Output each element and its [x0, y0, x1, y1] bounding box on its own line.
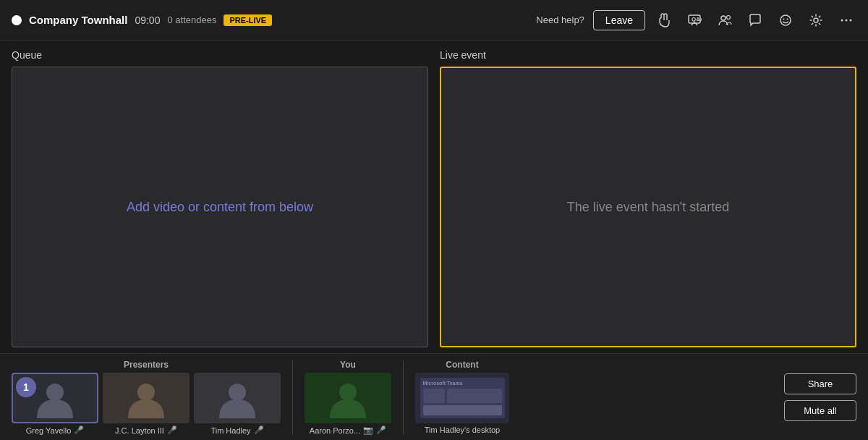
mute-all-button[interactable]: Mute all — [784, 400, 856, 421]
meeting-title: Company Townhall — [29, 14, 127, 26]
mic-icon-greg: 🎤 — [74, 426, 84, 435]
bottom-bar: Presenters 1 Greg Yavello 🎤 — [0, 353, 868, 440]
queue-video-area: Add video or content from below — [12, 67, 428, 347]
queue-placeholder-text: Add video or content from below — [127, 200, 313, 215]
attendees-count: 0 attendees — [167, 14, 216, 25]
svg-point-5 — [783, 18, 785, 20]
raise-hand-icon[interactable] — [654, 10, 674, 30]
live-video-area: The live event hasn't started — [440, 67, 856, 347]
svg-point-8 — [841, 19, 843, 21]
content-thumbnails: Microsoft Teams Tim Hadley's desktop — [415, 373, 509, 434]
mic-icon-jc: 🎤 — [167, 426, 177, 435]
content-thumb-desktop[interactable]: Microsoft Teams Tim Hadley's desktop — [415, 373, 509, 434]
presenter-thumb-tim[interactable]: Tim Hadley 🎤 — [194, 373, 281, 435]
content-section: Content Microsoft Teams — [415, 360, 509, 434]
aaron-video-thumb[interactable] — [305, 373, 391, 423]
content-label: Content — [415, 360, 509, 370]
divider-presenters-you — [292, 360, 293, 434]
tim-video-thumb[interactable] — [194, 373, 281, 423]
share-button[interactable]: Share — [784, 373, 856, 394]
queue-panel: Queue Add video or content from below — [12, 49, 428, 347]
presenter-name-greg: Greg Yavello 🎤 — [26, 426, 85, 435]
mic-icon-aaron: 🎤 — [376, 426, 386, 435]
live-placeholder-text: The live event hasn't started — [567, 200, 730, 215]
jc-video-thumb[interactable] — [103, 373, 190, 423]
live-event-panel: Live event The live event hasn't started — [440, 49, 856, 347]
you-label: You — [305, 360, 391, 370]
chat-icon[interactable] — [745, 10, 765, 30]
need-help-link[interactable]: Need help? — [536, 14, 584, 25]
svg-point-4 — [780, 15, 791, 25]
topbar-right: Need help? Leave Q&A — [536, 10, 856, 30]
prelive-badge: PRE-LIVE — [224, 14, 272, 26]
topbar-icons: Q&A — [654, 10, 856, 30]
queue-label: Queue — [12, 49, 428, 61]
svg-text:Q&A: Q&A — [692, 16, 702, 22]
svg-point-6 — [787, 18, 788, 20]
presenter-name-jc: J.C. Layton III 🎤 — [115, 426, 177, 435]
you-thumbnails: Aaron Porzo... 📷 🎤 — [305, 373, 391, 435]
qa-icon[interactable]: Q&A — [684, 10, 705, 30]
presenter-thumb-greg[interactable]: 1 Greg Yavello 🎤 — [12, 373, 98, 435]
you-thumb-aaron[interactable]: Aaron Porzo... 📷 🎤 — [305, 373, 391, 435]
divider-you-content — [403, 360, 404, 434]
presenters-section: Presenters 1 Greg Yavello 🎤 — [12, 360, 281, 434]
meeting-time: 09:00 — [135, 14, 160, 26]
more-icon[interactable] — [836, 10, 856, 30]
greg-video-thumb[interactable]: 1 — [12, 373, 98, 423]
presenters-label: Presenters — [12, 360, 281, 370]
cam-icon-aaron: 📷 — [363, 426, 373, 435]
presenter-name-tim: Tim Hadley 🎤 — [210, 426, 263, 435]
svg-point-3 — [727, 15, 731, 19]
attendees-icon[interactable] — [715, 10, 735, 30]
recording-dot-icon — [12, 15, 22, 25]
svg-point-12 — [137, 384, 155, 401]
desktop-video-thumb[interactable]: Microsoft Teams — [415, 373, 509, 423]
presenter-thumbnails: 1 Greg Yavello 🎤 — [12, 373, 281, 435]
svg-point-14 — [339, 384, 357, 401]
content-name-desktop: Tim Hadley's desktop — [425, 426, 500, 434]
settings-icon[interactable] — [806, 10, 826, 30]
topbar: Company Townhall 09:00 0 attendees PRE-L… — [0, 0, 868, 41]
svg-point-7 — [814, 18, 818, 22]
topbar-left: Company Townhall 09:00 0 attendees PRE-L… — [12, 14, 536, 26]
svg-point-13 — [229, 384, 246, 401]
svg-point-2 — [721, 16, 726, 20]
svg-point-10 — [850, 19, 852, 21]
mic-icon-tim: 🎤 — [254, 426, 264, 435]
presenter-thumb-jc[interactable]: J.C. Layton III 🎤 — [103, 373, 190, 435]
you-name-aaron: Aaron Porzo... 📷 🎤 — [310, 426, 386, 435]
main-content: Queue Add video or content from below Li… — [0, 41, 868, 353]
svg-point-9 — [846, 19, 848, 21]
right-action-buttons: Share Mute all — [784, 360, 856, 434]
live-event-label: Live event — [440, 49, 856, 61]
reactions-icon[interactable] — [775, 10, 796, 30]
leave-button[interactable]: Leave — [593, 10, 645, 30]
svg-point-11 — [46, 384, 64, 401]
you-section: You Aaron Porzo... 📷 🎤 — [305, 360, 391, 434]
presenter-number-badge: 1 — [16, 377, 36, 397]
